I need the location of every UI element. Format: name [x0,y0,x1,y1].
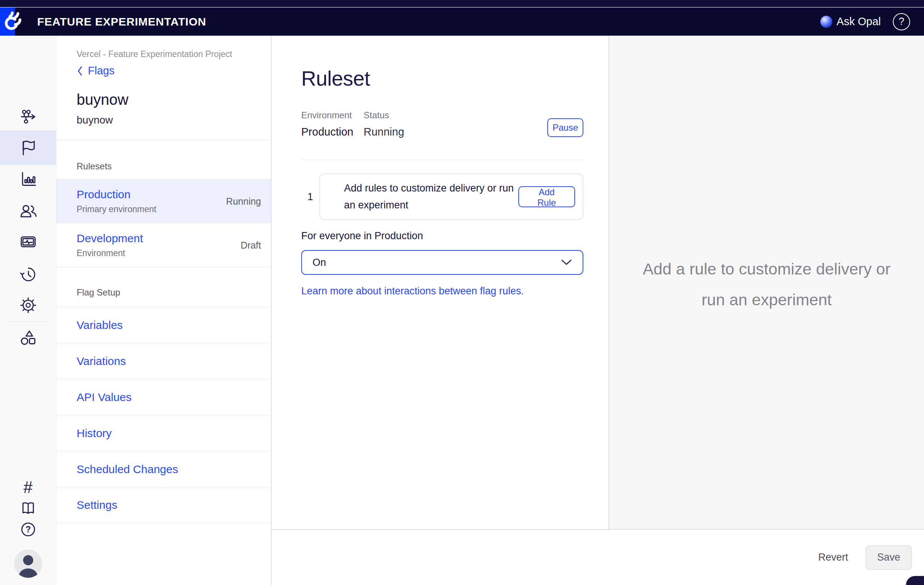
history-clock-icon [20,265,37,283]
rail-item-events[interactable] [0,226,56,258]
audience-line: For everyone in Production [301,230,423,242]
environment-label: Environment [301,110,352,120]
svg-text:?: ? [25,524,30,534]
ruleset-row-production[interactable]: Production Primary environment Running [56,179,271,223]
help-question-icon: ? [20,521,37,538]
audiences-people-icon [19,202,37,220]
app-window: FEATURE EXPERIMENTATION Ask Opal ? [0,0,924,585]
sidebar-item-variations[interactable]: Variations [56,343,271,379]
flag-state-dropdown[interactable]: On [301,250,583,275]
rail-item-reports[interactable] [0,163,56,194]
ruleset-row-development[interactable]: Development Environment Draft [56,223,271,267]
ask-opal-button[interactable]: Ask Opal [820,15,881,28]
rail-item-help[interactable]: ? [0,514,56,545]
ruleset-panel: Ruleset Environment Status Production Ru… [272,36,609,529]
ruleset-status-badge: Draft [241,240,261,251]
rail-item-idea-pipeline[interactable] [0,101,56,132]
add-rule-button[interactable]: Add Rule [518,186,575,207]
components-shapes-icon [19,328,37,346]
events-monitor-icon [19,233,37,251]
back-to-flags-link[interactable]: Flags [77,64,115,77]
pause-button[interactable]: Pause [547,118,583,137]
avatar-silhouette-icon [14,549,43,578]
browser-chrome-strip [0,0,924,7]
settings-gear-icon [20,297,37,314]
sidebar-item-history[interactable]: History [56,415,271,451]
status-label: Status [364,110,389,120]
rail-item-history[interactable] [0,258,56,290]
project-label: Vercel - Feature Experimentation Project [77,49,259,59]
environment-value: Production [301,126,353,138]
save-bar: Revert Save [272,529,924,585]
empty-rule-card: Add rules to customize delivery or run a… [319,173,583,220]
rule-detail-panel: Add a rule to customize delivery or run … [609,36,924,529]
app-header: FEATURE EXPERIMENTATION Ask Opal ? [0,8,924,36]
flag-name: buynow [77,91,259,108]
chevron-down-icon [561,259,572,266]
rail-item-audiences[interactable] [0,195,56,227]
chevron-left-icon [77,66,83,76]
rail-item-components[interactable] [0,322,56,353]
ruleset-name[interactable]: Development [77,232,143,245]
dropdown-selected-value: On [312,257,326,269]
flag-sidebar: Vercel - Feature Experimentation Project… [56,36,272,585]
help-button[interactable]: ? [893,13,910,30]
rulesets-section-label: Rulesets [56,140,271,179]
flag-setup-section-label: Flag Setup [56,267,271,307]
sidebar-item-variables[interactable]: Variables [56,307,271,343]
sidebar-item-settings[interactable]: Settings [56,487,271,523]
app-title: FEATURE EXPERIMENTATION [37,15,206,28]
flag-key: buynow [77,114,259,126]
learn-more-link[interactable]: Learn more about interactions between fl… [301,285,524,297]
ruleset-description: Environment [77,248,143,258]
save-button[interactable]: Save [865,545,912,570]
rail-item-settings[interactable] [0,290,56,321]
status-value: Running [364,126,404,138]
flag-icon [19,138,37,157]
back-link-label: Flags [88,64,115,77]
divider [301,160,583,160]
optimizely-logo-icon [3,9,26,33]
user-avatar[interactable] [14,549,43,578]
rule-slot-row: 1 Add rules to customize delivery or run… [301,173,583,220]
flag-header-block: Vercel - Feature Experimentation Project… [56,36,271,140]
idea-pipeline-icon [20,108,37,125]
sidebar-item-api-values[interactable]: API Values [56,379,271,415]
rule-card-message: Add rules to customize delivery or run a… [344,180,518,214]
ruleset-name[interactable]: Production [77,188,156,201]
revert-button[interactable]: Revert [818,552,848,563]
question-mark-icon: ? [898,16,904,27]
icon-rail: # ? [0,36,56,585]
rule-index: 1 [301,191,319,203]
ruleset-description: Primary environment [77,204,156,214]
rail-item-flags[interactable] [0,130,56,165]
reports-bar-chart-icon [20,170,37,187]
sidebar-item-scheduled-changes[interactable]: Scheduled Changes [56,451,271,487]
opal-sphere-icon [820,16,832,28]
ruleset-status-badge: Running [226,196,261,207]
empty-state-message: Add a rule to customize delivery or run … [609,254,924,315]
header-actions: Ask Opal ? [820,13,924,30]
ask-opal-label: Ask Opal [837,15,881,28]
page-title: Ruleset [301,66,370,91]
